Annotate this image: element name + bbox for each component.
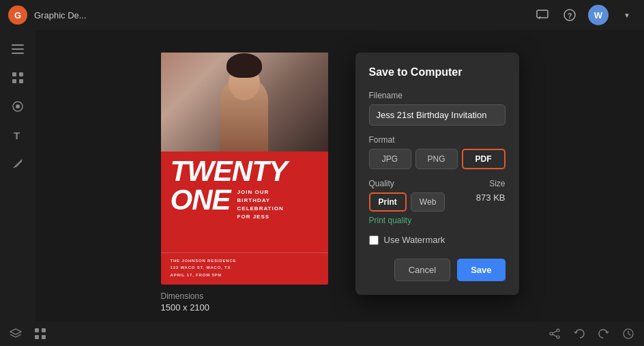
svg-rect-0 <box>537 10 548 18</box>
save-dialog: Save to Computer Filename Format JPG PNG… <box>355 53 519 295</box>
card-photo-bg <box>161 53 328 152</box>
svg-point-17 <box>557 329 559 332</box>
svg-rect-16 <box>42 335 46 339</box>
watermark-label: Use Watermark <box>384 235 445 245</box>
svg-point-18 <box>557 336 559 338</box>
size-section: Size 873 KB <box>476 179 506 203</box>
print-quality-link[interactable]: Print quality <box>369 216 506 225</box>
svg-rect-15 <box>35 335 39 339</box>
format-jpg-button[interactable]: JPG <box>369 149 411 169</box>
dimensions-section: Dimensions 1500 x 2100 <box>161 291 210 313</box>
sidebar-icon-circle[interactable] <box>5 94 30 119</box>
dialog-title: Save to Computer <box>369 66 506 78</box>
user-avatar[interactable]: W <box>588 5 609 25</box>
svg-rect-14 <box>42 328 46 332</box>
size-label: Size <box>489 179 505 188</box>
overlay-inner: TWENTY ONE JOIN OUR BIRTHDAY CELEBRATION… <box>161 39 519 313</box>
help-icon[interactable]: ? <box>561 6 579 24</box>
svg-text:?: ? <box>568 12 572 20</box>
quality-buttons: Print Web <box>369 192 476 212</box>
app-logo[interactable]: G <box>8 5 27 25</box>
dimensions-value: 1500 x 2100 <box>161 302 210 313</box>
svg-rect-6 <box>12 72 16 76</box>
bottom-history-icon[interactable] <box>619 325 637 343</box>
watermark-checkbox[interactable] <box>369 235 379 245</box>
svg-line-20 <box>553 331 557 333</box>
watermark-row: Use Watermark <box>369 235 506 245</box>
card-wrapper: TWENTY ONE JOIN OUR BIRTHDAY CELEBRATION… <box>161 53 328 313</box>
svg-rect-4 <box>12 48 24 50</box>
format-label: Format <box>369 135 506 145</box>
dialog-footer: Cancel Save <box>369 259 506 281</box>
format-pdf-button[interactable]: PDF <box>462 149 506 169</box>
sidebar-icon-text[interactable]: T <box>5 123 30 147</box>
svg-text:T: T <box>14 130 20 141</box>
card-preview: TWENTY ONE JOIN OUR BIRTHDAY CELEBRATION… <box>161 53 328 285</box>
sidebar-icon-pen[interactable] <box>5 152 30 176</box>
filename-label: Filename <box>369 91 506 100</box>
svg-point-19 <box>550 332 553 335</box>
filename-input[interactable] <box>369 104 506 126</box>
quality-size-row: Quality Print Web Size 873 KB <box>369 179 506 212</box>
topbar: G Graphic De... ? W ▼ <box>0 0 644 30</box>
bottom-undo-icon[interactable] <box>570 325 588 343</box>
bottom-share-icon[interactable] <box>546 325 564 343</box>
sidebar-icon-grid[interactable] <box>5 66 30 90</box>
bottom-grid-icon[interactable] <box>31 325 49 343</box>
bottom-redo-icon[interactable] <box>595 325 613 343</box>
save-button[interactable]: Save <box>457 259 505 281</box>
card-text-area: TWENTY ONE JOIN OUR BIRTHDAY CELEBRATION… <box>161 152 328 253</box>
cancel-button[interactable]: Cancel <box>394 259 450 281</box>
topbar-title: Graphic De... <box>34 10 87 20</box>
svg-rect-8 <box>12 79 16 83</box>
sidebar-icon-menu[interactable] <box>5 37 30 61</box>
quality-print-button[interactable]: Print <box>369 192 407 212</box>
chat-icon[interactable] <box>533 6 551 24</box>
format-png-button[interactable]: PNG <box>415 149 458 169</box>
canvas-area: TWENTY ONE JOIN OUR BIRTHDAY CELEBRATION… <box>35 30 644 321</box>
svg-rect-7 <box>19 72 23 76</box>
bottom-bar <box>0 321 644 346</box>
modal-overlay: TWENTY ONE JOIN OUR BIRTHDAY CELEBRATION… <box>35 30 644 321</box>
svg-point-11 <box>16 104 20 109</box>
svg-rect-9 <box>19 79 23 83</box>
quality-section: Quality Print Web <box>369 179 476 212</box>
dimensions-label: Dimensions <box>161 291 210 301</box>
bottom-layers-icon[interactable] <box>7 325 25 343</box>
topbar-chevron-icon[interactable]: ▼ <box>618 6 636 24</box>
topbar-icons: ? W ▼ <box>533 5 636 25</box>
svg-line-21 <box>553 334 557 336</box>
card-photo <box>161 53 328 152</box>
size-value: 873 KB <box>476 192 506 203</box>
main-area: T <box>0 30 644 321</box>
quality-web-button[interactable]: Web <box>411 192 445 212</box>
svg-rect-5 <box>12 53 24 54</box>
card-bottom: THE JOHNSON RESIDENCE 123 WACO ST, WACO,… <box>161 253 328 285</box>
left-sidebar: T <box>0 30 35 321</box>
card-main-text: TWENTY ONE JOIN OUR BIRTHDAY CELEBRATION… <box>171 157 319 221</box>
svg-rect-3 <box>12 44 24 46</box>
quality-label: Quality <box>369 179 476 188</box>
format-options: JPG PNG PDF <box>369 149 506 169</box>
svg-rect-13 <box>35 328 39 332</box>
